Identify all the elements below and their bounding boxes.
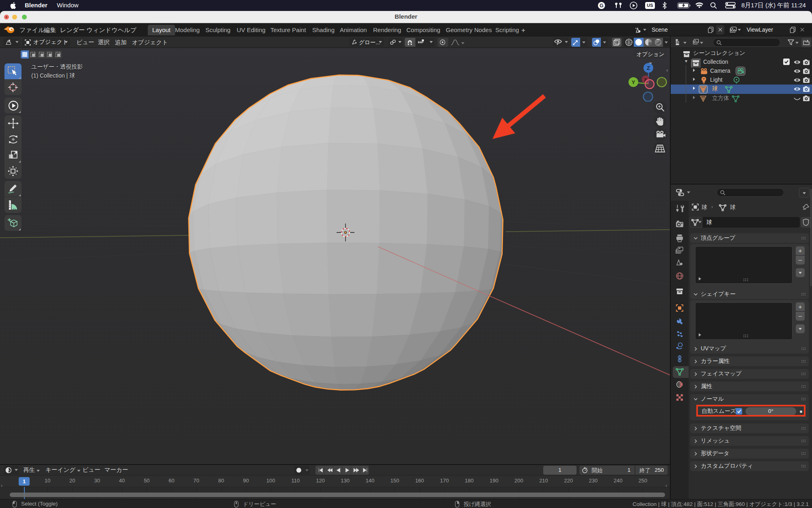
svg-text:Y: Y: [632, 79, 635, 85]
svg-text:Z: Z: [647, 65, 650, 71]
svg-text:G: G: [600, 3, 604, 9]
